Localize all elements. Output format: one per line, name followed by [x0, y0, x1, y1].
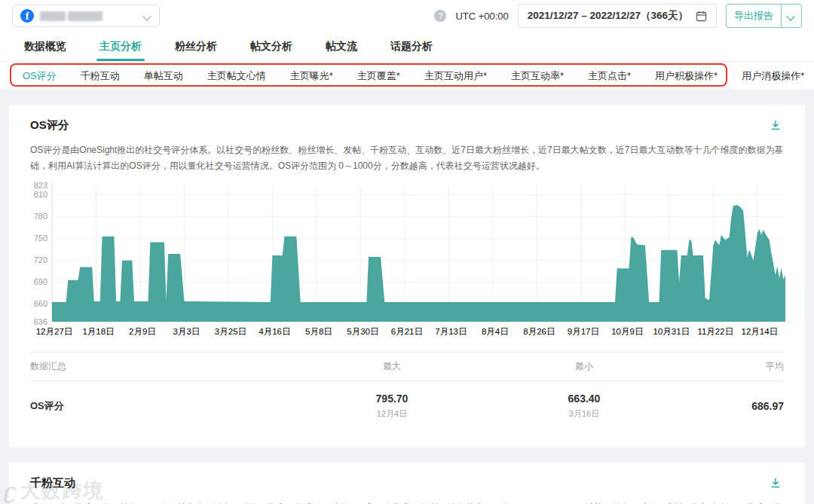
download-icon[interactable]	[767, 475, 784, 494]
svg-text:10月31日: 10月31日	[653, 327, 690, 336]
help-icon[interactable]: ?	[434, 10, 446, 22]
chevron-down-icon	[788, 12, 795, 20]
svg-text:720: 720	[34, 255, 47, 264]
svg-text:4月16日: 4月16日	[259, 327, 290, 336]
tab-page-analysis[interactable]: 主页分析	[99, 32, 142, 61]
svg-text:690: 690	[34, 277, 47, 286]
subnav-positive-actions[interactable]: 用户积极操作*	[655, 69, 718, 83]
calendar-icon	[696, 11, 707, 22]
subnav-engagement-rate[interactable]: 主页互动率*	[511, 69, 564, 83]
max-value: 795.70	[286, 393, 497, 405]
svg-text:2月9日: 2月9日	[129, 327, 156, 336]
tab-data-overview[interactable]: 数据概览	[24, 32, 66, 61]
col-header-avg: 平均	[671, 360, 784, 373]
metric-subnav: OS评分 千粉互动 单帖互动 主页帖文心情 主页曝光* 主页覆盖* 主页互动用户…	[0, 62, 814, 90]
os-score-title: OS评分	[30, 117, 69, 133]
svg-text:12月14日: 12月14日	[741, 327, 778, 336]
chevron-down-icon	[144, 12, 151, 20]
col-header-min: 最小	[497, 360, 671, 373]
svg-text:3月3日: 3月3日	[173, 327, 200, 336]
export-report-split-button[interactable]: 导出报告	[726, 4, 802, 28]
min-date: 3月16日	[497, 408, 671, 420]
subnav-page-reach[interactable]: 主页覆盖*	[357, 69, 400, 83]
tab-topic-analysis[interactable]: 话题分析	[390, 32, 433, 61]
tab-post-stream[interactable]: 帖文流	[326, 32, 357, 61]
svg-text:5月30日: 5月30日	[347, 327, 378, 336]
svg-text:6月21日: 6月21日	[391, 327, 423, 336]
os-score-area-chart: 82381078075072069066063612月27日1月18日2月9日3…	[30, 182, 784, 341]
row-metric-name: OS评分	[30, 392, 286, 420]
svg-text:8月4日: 8月4日	[482, 327, 509, 336]
tab-post-analysis[interactable]: 帖文分析	[250, 32, 292, 61]
page-selector-dropdown[interactable]: f	[12, 5, 160, 27]
subnav-negative-actions[interactable]: 用户消极操作*	[742, 69, 804, 83]
subnav-page-clicks[interactable]: 主页点击*	[588, 69, 631, 83]
engagement-per-1k-title: 千粉互动	[30, 475, 75, 490]
svg-text:780: 780	[34, 212, 47, 221]
col-header-summary: 数据汇总	[30, 360, 286, 373]
svg-text:9月17日: 9月17日	[568, 327, 599, 336]
subnav-post-reactions[interactable]: 主页帖文心情	[207, 69, 266, 83]
date-range-picker[interactable]: 2021/12/27 – 2022/12/27（366天）	[518, 4, 717, 28]
top-bar: f ? UTC +00:00 2021/12/27 – 2022/12/27（3…	[0, 0, 814, 32]
svg-text:750: 750	[34, 234, 47, 243]
svg-text:11月22日: 11月22日	[697, 327, 733, 336]
svg-text:823: 823	[34, 182, 47, 190]
svg-text:12月27日: 12月27日	[36, 327, 73, 336]
download-icon[interactable]	[767, 117, 784, 136]
svg-text:10月9日: 10月9日	[611, 327, 643, 336]
svg-text:810: 810	[34, 190, 47, 199]
max-date: 12月4日	[286, 408, 497, 420]
table-row: OS评分 795.70 12月4日 663.40 3月16日 686.97	[30, 381, 784, 432]
facebook-icon: f	[20, 9, 34, 23]
subnav-engaged-users[interactable]: 主页互动用户*	[424, 69, 487, 83]
export-report-button[interactable]: 导出报告	[727, 5, 781, 27]
engagement-per-1k-card: 千粉互动 千粉互动即指定日期平均每1000个粉丝产生的帖文互动数。指定日期千粉互…	[9, 463, 805, 504]
os-score-card: OS评分 OS评分是由OneSight推出的社交号评分体系。以社交号的粉丝数、粉…	[9, 105, 805, 447]
min-value: 663.40	[497, 393, 671, 405]
summary-table: 数据汇总 最大 最小 平均 OS评分 795.70 12月4日 663.40 3…	[30, 352, 784, 432]
svg-text:8月26日: 8月26日	[523, 327, 555, 336]
subnav-per-post-engagement[interactable]: 单帖互动	[144, 69, 183, 83]
main-tab-bar: 数据概览 主页分析 粉丝分析 帖文分析 帖文流 话题分析	[0, 32, 814, 62]
svg-text:3月25日: 3月25日	[215, 327, 246, 336]
avg-value: 686.97	[671, 400, 784, 412]
engagement-per-1k-description: 千粉互动即指定日期平均每1000个粉丝产生的帖文互动数。指定日期千粉互动数 =（…	[30, 500, 784, 504]
subnav-engagement-per-1k[interactable]: 千粉互动	[81, 69, 120, 83]
col-header-max: 最大	[286, 360, 497, 373]
page-name-redacted	[40, 11, 138, 21]
utc-label: UTC +00:00	[455, 11, 508, 22]
subnav-os-score[interactable]: OS评分	[23, 69, 57, 83]
svg-text:660: 660	[34, 299, 47, 308]
svg-text:5月8日: 5月8日	[305, 327, 332, 336]
subnav-page-impressions[interactable]: 主页曝光*	[290, 69, 333, 83]
tab-fans-analysis[interactable]: 粉丝分析	[175, 32, 217, 61]
svg-text:636: 636	[34, 317, 47, 326]
svg-text:7月13日: 7月13日	[435, 327, 467, 336]
export-options-button[interactable]	[781, 5, 801, 27]
date-range-text: 2021/12/27 – 2022/12/27（366天）	[528, 9, 688, 23]
os-score-description: OS评分是由OneSight推出的社交号评分体系。以社交号的粉丝数、粉丝增长、发…	[30, 142, 784, 174]
svg-text:1月18日: 1月18日	[82, 327, 114, 336]
summary-table-header: 数据汇总 最大 最小 平均	[30, 353, 784, 381]
